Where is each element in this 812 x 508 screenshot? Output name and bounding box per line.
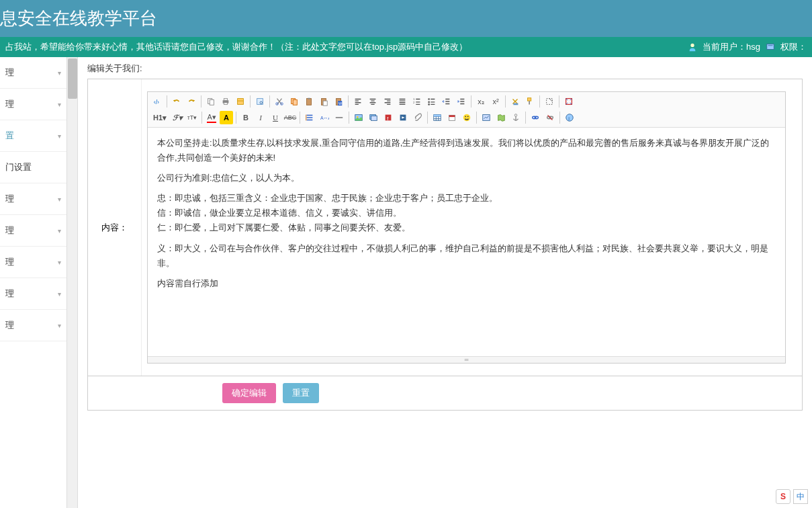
sidebar-item[interactable]: 理▾ [0,215,66,247]
sidebar-item[interactable]: 理▾ [0,278,66,310]
align-center-icon[interactable] [366,95,379,108]
editor-wrap: 内容： ‹/› [87,79,803,376]
anchor-icon[interactable] [509,111,523,124]
chevron-down-icon: ▾ [58,322,61,329]
hr-icon[interactable] [332,111,346,124]
sidebar-item[interactable]: 理▾ [0,89,66,120]
format-painter-icon[interactable] [523,95,537,108]
sidebar: 理▾ 理▾ 置▾ 门设置 理▾ 理▾ 理▾ 理▾ 理▾ [0,57,67,508]
separator [505,95,506,108]
paste-word-icon[interactable]: W [332,95,345,108]
heading-select[interactable]: H1▾ [150,111,169,124]
line-height-icon[interactable] [303,111,316,124]
content-area: 编辑关于我们: 内容： ‹/› [78,57,812,508]
align-right-icon[interactable] [381,95,394,108]
sidebar-item[interactable]: 门设置 [0,152,66,183]
sidebar-item[interactable]: 理▾ [0,247,66,278]
separator [525,112,526,124]
insert-image2-icon[interactable] [480,111,493,124]
media-icon[interactable] [396,111,410,124]
cut-icon[interactable] [273,95,286,108]
font-size-select[interactable]: тТ▾ [185,111,199,124]
resize-handle[interactable]: ═ [148,356,785,363]
redo-icon[interactable] [185,95,198,108]
permission-label: 权限： [780,41,807,53]
underline-button[interactable]: U [269,111,282,124]
copy2-icon[interactable] [287,95,301,108]
svg-point-0 [690,44,694,47]
attachment-icon[interactable] [411,111,424,124]
content-paragraph: 本公司坚持走:以质量求生存,以科技求发展,重合同守信用的道路,生产经营得到迅速发… [157,136,776,165]
sidebar-item[interactable]: 置▾ [0,120,66,152]
preview-icon[interactable] [253,95,267,108]
svg-rect-9 [238,99,244,105]
separator [201,112,202,124]
svg-point-60 [566,114,574,122]
select-all-icon[interactable] [543,95,556,108]
table-icon[interactable] [431,111,444,124]
sidebar-item[interactable]: 理▾ [0,310,66,341]
ime-bar: S 中 [776,489,808,504]
undo-icon[interactable] [170,95,183,108]
reset-button[interactable]: 重置 [283,383,319,403]
unlink-icon[interactable] [543,111,557,124]
print-icon[interactable] [219,95,232,108]
subscript-icon[interactable]: x₂ [474,95,488,108]
chevron-down-icon: ▾ [58,259,61,266]
template-icon[interactable] [234,95,247,108]
svg-rect-29 [513,103,518,105]
copy-icon[interactable] [204,95,218,108]
scrollbar-track[interactable] [67,57,78,508]
ime-sogou-icon[interactable]: S [776,489,791,504]
date-icon[interactable] [445,111,459,124]
separator [236,112,236,124]
svg-rect-20 [323,101,327,105]
highlight-select[interactable]: A [220,111,233,124]
align-left-icon[interactable] [351,95,365,108]
indent-icon[interactable] [455,95,468,108]
flash-icon[interactable]: f [381,111,395,124]
fullscreen-icon[interactable] [562,95,576,108]
site-title: 息安全在线教学平台 [0,7,812,30]
align-justify-icon[interactable] [396,95,409,108]
content-paragraph: 信：即诚信，做企业要立足根本道德、信义，要诚实、讲信用。 [157,206,776,220]
svg-text:2: 2 [413,101,415,104]
remove-format-icon[interactable] [508,95,522,108]
about-icon[interactable]: i [563,111,576,124]
svg-rect-31 [547,99,553,105]
submit-button[interactable]: 确定编辑 [222,383,276,403]
editor-content[interactable]: 本公司坚持走:以质量求生存,以科技求发展,重合同守信用的道路,生产经营得到迅速发… [148,128,785,356]
multi-image-icon[interactable] [367,111,380,124]
emoji-icon[interactable] [460,111,473,124]
separator [427,112,428,124]
separator [559,95,559,108]
page-title: 编辑关于我们: [87,62,803,75]
outdent-icon[interactable] [440,95,453,108]
font-family-select[interactable]: ℱ▾ [171,111,184,124]
font-color-select[interactable]: A▾ [205,111,218,124]
unordered-list-icon[interactable] [425,95,439,108]
image-icon[interactable] [352,111,365,124]
sidebar-item[interactable]: 理▾ [0,57,66,89]
separator [559,112,560,124]
rich-editor: ‹/› W [147,91,786,364]
sidebar-item[interactable]: 理▾ [0,183,66,215]
current-user-label: 当前用户：hsg [703,41,760,53]
strike-button[interactable]: ABC [283,111,297,124]
paste-text-icon[interactable] [317,95,330,108]
ordered-list-icon[interactable]: 12 [410,95,424,108]
scrollbar-thumb[interactable] [68,58,77,99]
paste-icon[interactable] [302,95,316,108]
source-icon[interactable]: ‹/› [150,95,164,108]
letter-spacing-icon[interactable]: A↔A [318,111,331,124]
map-icon[interactable] [494,111,508,124]
italic-button[interactable]: I [254,111,267,124]
user-icon [688,42,697,52]
superscript-icon[interactable]: x² [489,95,502,108]
bold-button[interactable]: B [239,111,253,124]
chevron-down-icon: ▾ [58,132,61,140]
link-icon[interactable] [529,111,542,124]
svg-rect-1 [767,44,774,50]
separator [167,95,167,108]
ime-lang-icon[interactable]: 中 [793,489,808,504]
